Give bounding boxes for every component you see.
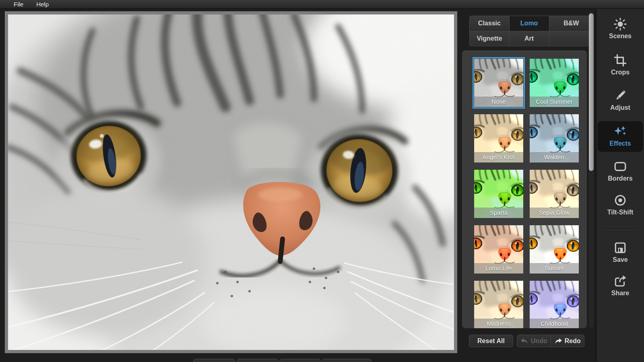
sidebar-item-adjust[interactable]: Adjust <box>597 89 644 111</box>
sidebar-item-scenes[interactable]: Scenes <box>597 18 644 40</box>
effect-thumb-label: Sparta <box>474 208 523 218</box>
tab-empty-cell <box>549 31 594 46</box>
tab-bw[interactable]: B&W <box>549 16 594 31</box>
sidebar-divider <box>602 226 638 227</box>
effect-thumb-label: Angel's Kiss <box>474 152 523 162</box>
bottom-bar-button[interactable] <box>193 359 235 362</box>
effect-thumb-none[interactable]: None <box>474 59 523 107</box>
effect-thumb-label: Sunset <box>530 263 579 274</box>
sidebar-label: Tilt-Shift <box>607 209 634 216</box>
undo-button[interactable]: Undo <box>517 335 551 347</box>
undo-arrow-icon <box>520 338 528 344</box>
sidebar-item-effects[interactable]: Effects <box>598 121 643 152</box>
sidebar-item-borders[interactable]: Borders <box>597 160 644 182</box>
sidebar-item-save[interactable]: Save <box>597 241 644 263</box>
cat-photo <box>8 14 454 350</box>
effect-thumb-label: Walden <box>530 152 579 162</box>
tab-vignette[interactable]: Vignette <box>470 31 509 46</box>
effect-thumb-mildness[interactable]: Mildness <box>474 281 523 328</box>
effect-thumb-childhood[interactable]: Childhood <box>530 281 579 328</box>
effect-list: None Cool Summer Angel's Kiss Walden Spa… <box>462 51 587 328</box>
redo-label: Redo <box>565 337 581 345</box>
redo-arrow-icon <box>554 338 562 344</box>
photo-frame <box>5 11 457 353</box>
effect-thumb-label: Childhood <box>530 319 579 328</box>
sidebar-label: Effects <box>609 140 631 147</box>
menu-help[interactable]: Help <box>36 1 49 8</box>
sidebar-item-tilt-shift[interactable]: Tilt-Shift <box>597 194 644 216</box>
bottom-bar-button[interactable] <box>280 359 321 362</box>
tab-lomo[interactable]: Lomo <box>510 16 549 31</box>
tool-sidebar: Scenes Crops Adjust <box>596 9 644 362</box>
sidebar-label: Share <box>611 290 629 297</box>
pencil-icon <box>614 89 627 102</box>
effect-thumb-sunset[interactable]: Sunset <box>530 225 579 274</box>
sparkles-icon <box>614 125 627 138</box>
sidebar-label: Scenes <box>609 33 632 40</box>
sun-icon <box>614 18 627 31</box>
sidebar-label: Save <box>613 256 627 263</box>
sidebar-item-share[interactable]: Share <box>597 275 644 297</box>
effect-category-tabs: Classic Lomo B&W Vignette Art <box>469 16 594 46</box>
effect-thumb-lomo-life[interactable]: Lomo Life <box>474 225 523 274</box>
effect-thumb-label: Mildness <box>474 319 523 328</box>
effect-thumb-label: None <box>474 97 523 107</box>
sidebar-divider <box>602 230 638 231</box>
sidebar-item-crops[interactable]: Crops <box>597 54 644 76</box>
sidebar-label: Adjust <box>610 104 630 111</box>
effect-thumb-label: Sepia Glow <box>530 208 579 218</box>
redo-button[interactable]: Redo <box>551 335 584 347</box>
undo-redo-group: Undo Redo <box>517 335 584 347</box>
menu-bar: File Help <box>0 0 644 9</box>
tab-art[interactable]: Art <box>510 31 549 46</box>
effect-thumb-angels-kiss[interactable]: Angel's Kiss <box>474 114 523 162</box>
sidebar-label: Borders <box>608 175 632 182</box>
bottom-bar-button[interactable] <box>237 359 279 362</box>
crop-icon <box>614 54 627 67</box>
effect-thumb-cool-summer[interactable]: Cool Summer <box>530 59 579 107</box>
reset-all-button[interactable]: Reset All <box>469 335 513 347</box>
floppy-disk-icon <box>614 241 627 254</box>
menu-file[interactable]: File <box>14 1 23 8</box>
effect-thumb-walden[interactable]: Walden <box>530 114 579 162</box>
share-arrow-icon <box>614 275 627 288</box>
effect-thumb-label: Cool Summer <box>530 97 579 107</box>
sidebar-label: Crops <box>611 69 630 76</box>
panel-scrollbar-thumb[interactable] <box>589 13 594 171</box>
tab-classic[interactable]: Classic <box>470 16 509 31</box>
photo-editor-app: File Help Classic Lomo B&W Vignette Art … <box>0 0 644 362</box>
effect-thumb-sepia-glow[interactable]: Sepia Glow <box>530 170 579 218</box>
rounded-rect-icon <box>614 160 627 173</box>
bottom-bar-button[interactable] <box>322 359 371 362</box>
concentric-circles-icon <box>614 194 627 207</box>
effect-thumb-sparta[interactable]: Sparta <box>474 170 523 218</box>
undo-label: Undo <box>531 337 547 345</box>
effect-thumb-label: Lomo Life <box>474 263 523 274</box>
